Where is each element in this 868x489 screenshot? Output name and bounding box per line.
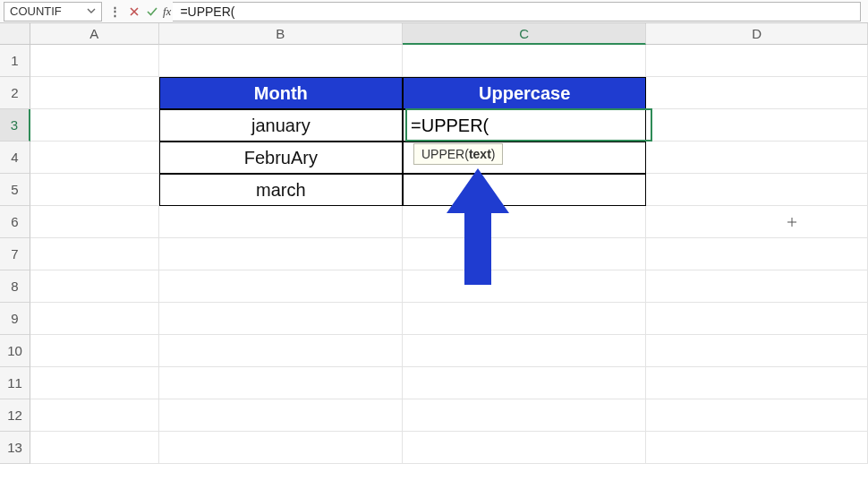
cell-cursor-icon bbox=[787, 217, 797, 230]
fx-icon[interactable]: fx bbox=[161, 4, 173, 19]
cell-D10[interactable] bbox=[646, 335, 868, 367]
cell-D13[interactable] bbox=[646, 432, 868, 464]
name-box[interactable]: COUNTIF bbox=[4, 2, 102, 21]
cell-editing-text: =UPPER( bbox=[411, 116, 489, 136]
cell-B13[interactable] bbox=[159, 432, 403, 464]
column-header-d[interactable]: D bbox=[646, 23, 868, 45]
cell-D1[interactable] bbox=[646, 45, 868, 77]
cell-D4[interactable] bbox=[646, 142, 868, 174]
cell-B11[interactable] bbox=[159, 367, 403, 399]
cell-C7[interactable] bbox=[403, 238, 646, 270]
cancel-button[interactable] bbox=[125, 2, 143, 21]
cell-B2[interactable]: Month bbox=[159, 77, 403, 109]
cell-A12[interactable] bbox=[30, 399, 159, 432]
cell-C6[interactable] bbox=[403, 206, 646, 238]
row-header-1[interactable]: 1 bbox=[0, 45, 30, 77]
tooltip-arg: text bbox=[469, 147, 491, 161]
cell-B5[interactable]: march bbox=[159, 174, 403, 206]
cell-D3[interactable] bbox=[646, 109, 868, 142]
column-header-b[interactable]: B bbox=[159, 23, 403, 45]
row-header-3[interactable]: 3 bbox=[0, 109, 30, 142]
cell-D11[interactable] bbox=[646, 367, 868, 399]
cell-B6[interactable] bbox=[159, 206, 403, 238]
tooltip-fn: UPPER bbox=[421, 147, 464, 161]
cell-B12[interactable] bbox=[159, 399, 403, 432]
cell-A10[interactable] bbox=[30, 335, 159, 367]
cell-B4[interactable]: FebruAry bbox=[159, 142, 403, 174]
formula-bar: COUNTIF ⋮ fx =UPPER( bbox=[0, 0, 868, 23]
cell-A3[interactable] bbox=[30, 109, 159, 142]
row-header-8[interactable]: 8 bbox=[0, 270, 30, 303]
name-box-value: COUNTIF bbox=[10, 4, 62, 18]
row-header-5[interactable]: 5 bbox=[0, 174, 30, 206]
cell-A7[interactable] bbox=[30, 238, 159, 270]
column-header-c[interactable]: C bbox=[403, 23, 646, 45]
cell-B10[interactable] bbox=[159, 335, 403, 367]
cell-C12[interactable] bbox=[403, 399, 646, 432]
row-header-10[interactable]: 10 bbox=[0, 335, 30, 367]
row-header-11[interactable]: 11 bbox=[0, 367, 30, 399]
cell-A5[interactable] bbox=[30, 174, 159, 206]
accept-button[interactable] bbox=[143, 2, 161, 21]
cell-A1[interactable] bbox=[30, 45, 159, 77]
cell-A8[interactable] bbox=[30, 270, 159, 303]
function-tooltip: UPPER(text) bbox=[413, 143, 503, 165]
row-header-9[interactable]: 9 bbox=[0, 303, 30, 335]
cell-D6[interactable] bbox=[646, 206, 868, 238]
cell-C2[interactable]: Uppercase bbox=[403, 77, 646, 109]
cell-C3[interactable]: =UPPER( bbox=[403, 109, 646, 142]
cell-B9[interactable] bbox=[159, 303, 403, 335]
cell-C10[interactable] bbox=[403, 335, 646, 367]
row-header-7[interactable]: 7 bbox=[0, 238, 30, 270]
cell-A2[interactable] bbox=[30, 77, 159, 109]
cell-C1[interactable] bbox=[403, 45, 646, 77]
select-all-corner[interactable] bbox=[0, 23, 30, 45]
row-header-4[interactable]: 4 bbox=[0, 142, 30, 174]
cell-A9[interactable] bbox=[30, 303, 159, 335]
row-header-13[interactable]: 13 bbox=[0, 432, 30, 464]
column-header-a[interactable]: A bbox=[30, 23, 159, 45]
cell-D5[interactable] bbox=[646, 174, 868, 206]
row-header-12[interactable]: 12 bbox=[0, 399, 30, 432]
cell-B3[interactable]: january bbox=[159, 109, 403, 142]
cell-D9[interactable] bbox=[646, 303, 868, 335]
row-header-2[interactable]: 2 bbox=[0, 77, 30, 109]
cell-B1[interactable] bbox=[159, 45, 403, 77]
cell-C9[interactable] bbox=[403, 303, 646, 335]
cell-B7[interactable] bbox=[159, 238, 403, 270]
cell-A4[interactable] bbox=[30, 142, 159, 174]
chevron-down-icon[interactable] bbox=[87, 4, 96, 18]
cell-D8[interactable] bbox=[646, 270, 868, 303]
cell-C11[interactable] bbox=[403, 367, 646, 399]
cell-C13[interactable] bbox=[403, 432, 646, 464]
cell-D2[interactable] bbox=[646, 77, 868, 109]
cell-B8[interactable] bbox=[159, 270, 403, 303]
cell-D7[interactable] bbox=[646, 238, 868, 270]
formula-input-text: =UPPER( bbox=[180, 4, 234, 19]
cell-D12[interactable] bbox=[646, 399, 868, 432]
vertical-dots-icon[interactable]: ⋮ bbox=[106, 4, 125, 18]
formula-input[interactable]: =UPPER( bbox=[173, 2, 861, 21]
row-header-6[interactable]: 6 bbox=[0, 206, 30, 238]
annotation-arrow bbox=[447, 168, 509, 285]
cell-A6[interactable] bbox=[30, 206, 159, 238]
cell-A11[interactable] bbox=[30, 367, 159, 399]
cell-C5[interactable] bbox=[403, 174, 646, 206]
cell-C8[interactable] bbox=[403, 270, 646, 303]
cell-A13[interactable] bbox=[30, 432, 159, 464]
